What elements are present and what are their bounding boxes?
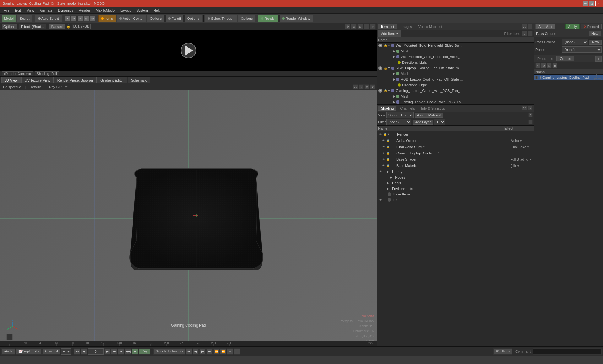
new-group-plus-button[interactable]: + bbox=[595, 56, 602, 62]
expand-icon[interactable]: ▶ bbox=[387, 170, 391, 173]
item-row[interactable]: Directional Light bbox=[377, 60, 534, 65]
shading-content[interactable]: 👁 🔒 ▼ Render 👁 🔒 Alpha Output Alpha ▼ bbox=[377, 131, 534, 346]
tab-info-statistics[interactable]: Info & Statistics bbox=[419, 106, 448, 110]
animated-button[interactable]: Animated bbox=[42, 348, 60, 355]
preview-icon-3[interactable]: ⊡ bbox=[357, 24, 363, 29]
sculpt-button[interactable]: Sculpt bbox=[17, 15, 32, 22]
lock-icon[interactable]: 🔒 bbox=[386, 145, 390, 149]
menu-edit[interactable]: Edit bbox=[13, 8, 24, 13]
add-item-button[interactable]: Add Item ▼ bbox=[378, 30, 401, 37]
effect-dropdown[interactable]: Effect: (Shad... bbox=[19, 24, 46, 29]
tab-item-list[interactable]: Item List bbox=[378, 24, 397, 29]
shader-row-lights[interactable]: ▶ Lights bbox=[377, 180, 534, 186]
transport-icon-7[interactable]: ↔ bbox=[227, 348, 233, 355]
filter-s-btn[interactable]: S bbox=[522, 31, 527, 36]
vph-icon-3[interactable]: ⊕ bbox=[364, 84, 369, 89]
poses-dropdown[interactable]: (none) bbox=[562, 46, 602, 53]
options-button-3[interactable]: Options bbox=[238, 15, 255, 22]
expand-icon[interactable]: ▶ bbox=[393, 55, 396, 58]
render-button[interactable]: Render bbox=[258, 15, 279, 22]
lock-icon[interactable]: 🔒 bbox=[383, 89, 388, 92]
graph-editor-button[interactable]: 📈 Graph Editor bbox=[16, 348, 42, 355]
add-layer-type-dropdown[interactable]: ▼ bbox=[434, 119, 445, 125]
tab-shading[interactable]: Shading bbox=[378, 106, 396, 111]
filter-f-btn[interactable]: F bbox=[528, 31, 533, 36]
menu-system[interactable]: System bbox=[134, 8, 150, 13]
icon-undo[interactable]: ↩ bbox=[71, 16, 77, 21]
eye-icon[interactable]: 👁 bbox=[381, 151, 386, 155]
menu-layout[interactable]: Layout bbox=[118, 8, 133, 13]
new-group-button[interactable]: New bbox=[589, 31, 601, 36]
shader-row-base-shader[interactable]: 👁 🔒 Base Shader Full Shading ▼ bbox=[377, 156, 534, 163]
group-item-row[interactable]: Gaming_Laptop_Cooling_Pad... 11 Items bbox=[534, 75, 603, 80]
menu-dynamics[interactable]: Dynamics bbox=[56, 8, 76, 13]
item-row[interactable]: ▶ RGB_Laptop_Cooling_Pad_Off_State ... bbox=[377, 77, 534, 82]
preview-icon-2[interactable]: ⊕ bbox=[351, 24, 357, 29]
tab-uv-texture[interactable]: UV Texture View bbox=[21, 77, 54, 83]
default-label[interactable]: Default bbox=[28, 85, 42, 89]
transport-icon-8[interactable]: ↕ bbox=[234, 348, 240, 355]
vph-icon-1[interactable]: ⛶ bbox=[353, 84, 358, 89]
eye-icon[interactable]: 👁 bbox=[378, 132, 383, 136]
item-row[interactable]: 👁 🔒 ▼ Gaming_Laptop_Cooler_with_RGB_Fan_… bbox=[377, 88, 534, 94]
item-row[interactable]: ▶ Wall-Mounted_Gold_Handheld_Bidet_... bbox=[377, 54, 534, 60]
transport-icon-4[interactable]: ⏭ bbox=[206, 348, 213, 355]
shader-row-material[interactable]: 👁 🔒 Gaming_Laptop_Cooling_P... bbox=[377, 150, 534, 156]
shader-row-alpha[interactable]: 👁 🔒 Alpha Output Alpha ▼ bbox=[377, 137, 534, 144]
expand-icon[interactable]: ▶ bbox=[393, 72, 396, 75]
lock-icon[interactable]: 🔒 bbox=[386, 157, 390, 162]
vis-icon[interactable]: 👁 bbox=[378, 89, 383, 93]
audio-button[interactable]: ♪ Audio bbox=[1, 348, 15, 355]
tab-groups[interactable]: Groups bbox=[556, 56, 574, 61]
tab-schematic[interactable]: Schematic bbox=[128, 77, 150, 83]
item-list-icon-1[interactable]: ⛶ bbox=[522, 24, 527, 29]
item-row[interactable]: ▶ Mesh bbox=[377, 71, 534, 77]
vis-icon[interactable]: 👁 bbox=[378, 66, 383, 70]
play-backward-button[interactable]: ◀◀ bbox=[125, 348, 131, 355]
auto-add-button[interactable]: Auto Add bbox=[535, 24, 555, 29]
settings-button[interactable]: ⚙ Settings bbox=[493, 348, 512, 355]
tab-3d-view[interactable]: 3D View bbox=[1, 77, 21, 83]
tab-images[interactable]: Images bbox=[398, 24, 415, 29]
eye-icon[interactable]: 👁 bbox=[381, 138, 386, 143]
pass-groups-dropdown[interactable]: (none) bbox=[562, 39, 588, 45]
menu-maxtomodo[interactable]: MaxToModo bbox=[93, 8, 117, 13]
play-forward-button[interactable]: ▶ bbox=[132, 348, 138, 355]
animated-dropdown[interactable]: ▼ bbox=[61, 348, 71, 355]
select-through-button[interactable]: Select Through bbox=[205, 15, 237, 22]
item-list-content[interactable]: 👁 🔒 ▼ Wall-Mounted_Gold_Handheld_Bidet_S… bbox=[377, 43, 534, 104]
assign-material-button[interactable]: Assign Material bbox=[415, 113, 443, 118]
item-row[interactable]: Directional Light bbox=[377, 82, 534, 88]
play-button[interactable]: Play bbox=[139, 348, 150, 355]
new-pass-button[interactable]: New bbox=[589, 40, 602, 45]
item-row[interactable]: 👁 🔒 ▼ RGB_Laptop_Cooling_Pad_Off_State_m… bbox=[377, 65, 534, 71]
icon-sym[interactable]: ⊡ bbox=[90, 16, 95, 21]
render-window-button[interactable]: Render Window bbox=[279, 15, 313, 22]
item-row[interactable]: ▶ Gaming_Laptop_Cooler_with_RGB_Fa... bbox=[377, 99, 534, 104]
lock-icon[interactable]: 🔒 bbox=[386, 151, 390, 155]
expand-icon[interactable]: ▼ bbox=[388, 44, 391, 47]
item-list-icon-2[interactable]: + bbox=[528, 24, 533, 29]
transport-icon-5[interactable]: ⏪ bbox=[213, 348, 220, 355]
filter-dropdown[interactable]: (none) bbox=[386, 119, 411, 125]
item-row[interactable]: 👁 🔒 ▼ Wall-Mounted_Gold_Handheld_Bidet_S… bbox=[377, 43, 534, 48]
options-button-1[interactable]: Options bbox=[147, 15, 165, 22]
expand-icon[interactable]: ▶ bbox=[393, 78, 396, 81]
eye-icon[interactable]: 👁 bbox=[381, 163, 386, 168]
lock-icon[interactable]: 🔒 bbox=[386, 163, 390, 168]
cache-deformers-button[interactable]: ⚙ Cache Deformers bbox=[153, 348, 185, 355]
shading-icon-1[interactable]: ⛶ bbox=[522, 106, 527, 111]
vph-icon-4[interactable]: ⚙ bbox=[370, 84, 375, 89]
step-forward-button[interactable]: ▶ bbox=[104, 348, 111, 355]
step-back-button[interactable]: ◀ bbox=[81, 348, 87, 355]
icon-snap[interactable]: ⊞ bbox=[84, 16, 89, 21]
discard-button[interactable]: ✕ Discard bbox=[581, 24, 602, 29]
add-layer-button[interactable]: Add Layer bbox=[413, 120, 433, 125]
expand-icon[interactable]: ▼ bbox=[387, 133, 391, 136]
close-button[interactable]: ✕ bbox=[595, 1, 600, 6]
options-label[interactable]: Options bbox=[1, 24, 18, 29]
shader-row-render[interactable]: 👁 🔒 ▼ Render bbox=[377, 131, 534, 137]
eye-icon[interactable]: 👁 bbox=[381, 157, 386, 162]
maximize-button[interactable]: □ bbox=[589, 1, 594, 6]
shader-row-final-color[interactable]: 👁 🔒 Final Color Output Final Color ▼ bbox=[377, 144, 534, 150]
